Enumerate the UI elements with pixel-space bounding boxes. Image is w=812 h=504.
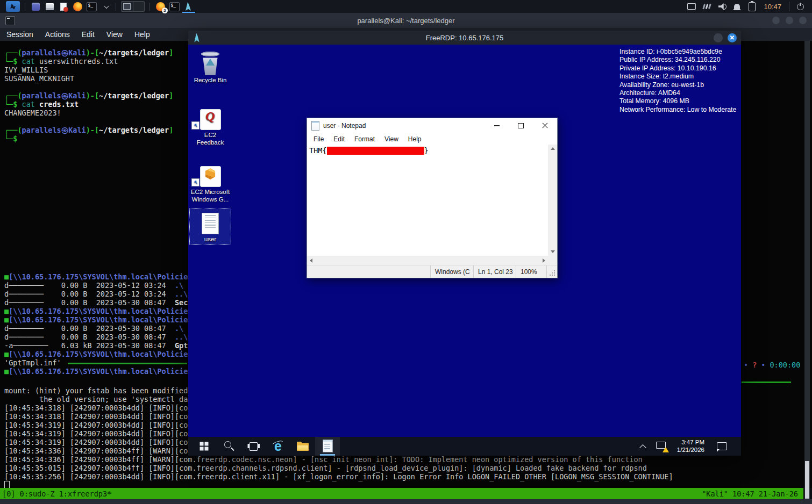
desktop-icon-user[interactable]: user (190, 209, 231, 244)
action-center-icon[interactable] (711, 437, 732, 456)
file-manager-icon[interactable] (44, 1, 55, 12)
menu-session[interactable]: Session (6, 30, 33, 39)
notepad-menu-help[interactable]: Help (403, 135, 426, 143)
maximize-button[interactable] (786, 17, 793, 24)
menu-edit[interactable]: Edit (82, 30, 95, 39)
workspace-2[interactable] (133, 2, 145, 11)
freerdp-titlebar[interactable]: FreeRDP: 10.65.176.175 (188, 31, 741, 45)
terminal-scrollbar[interactable] (804, 41, 810, 499)
search-icon[interactable] (216, 437, 241, 456)
notifications-icon[interactable] (730, 1, 743, 12)
battery-icon[interactable] (745, 1, 758, 12)
notepad-text-area[interactable]: THM{} (307, 145, 557, 265)
terminal-text-segment: ■ (4, 272, 9, 281)
terminal-line: ┌──(parallels㉿Kali)-[~/targets/ledger] (4, 48, 173, 57)
terminal-line: IVY_WILLIS (4, 66, 173, 74)
notepad-titlebar[interactable]: user - Notepad (307, 118, 557, 133)
minimize-icon[interactable] (485, 118, 509, 133)
terminal-text-segment: ] (169, 48, 173, 57)
taskbar-clock[interactable]: 3:47 PM 1/21/2026 (671, 437, 711, 456)
close-icon[interactable] (533, 118, 557, 133)
terminal-text-segment: [\\10.65.176.175\SYSVOL\thm.local\Polici… (9, 315, 188, 324)
kali-menu-icon[interactable] (6, 1, 20, 12)
network-warning-icon[interactable] (651, 437, 671, 456)
terminal-icon[interactable] (86, 1, 97, 12)
instance-info-line: Architecture: AMD64 (619, 89, 741, 97)
maximize-icon[interactable] (509, 118, 533, 133)
menu-help[interactable]: Help (134, 30, 150, 39)
tray-expand-icon[interactable] (635, 437, 651, 456)
menu-actions[interactable]: Actions (45, 30, 70, 39)
menu-view[interactable]: View (106, 30, 123, 39)
instance-info-line: Public IP Address: 34.245.116.220 (619, 56, 741, 64)
internet-explorer-icon[interactable] (266, 437, 290, 456)
terminal-text-segment: userswithcreds.txt (39, 57, 118, 66)
close-icon[interactable] (728, 33, 737, 42)
terminal-task-icon[interactable] (169, 1, 180, 12)
freerdp-task-icon[interactable] (183, 1, 194, 12)
flag-line: THM{} (309, 146, 429, 155)
workspace-switcher[interactable] (121, 1, 145, 12)
instance-info-line: Instance ID: i-0bbc5e949ae5bdc9e (619, 48, 741, 56)
progress-marker: • (761, 361, 765, 369)
files-app-icon[interactable] (30, 1, 41, 12)
gestures-icon[interactable] (700, 1, 713, 12)
tmux-window-list[interactable]: [0] 0:sudo-Z 1:xfreerdp3* (2, 489, 111, 498)
windows-desktop[interactable]: Recycle BinEC2 FeedbackEC2 Microsoft Win… (188, 45, 741, 437)
resize-grip[interactable] (546, 265, 557, 278)
terminal-text-segment: creds.txt (39, 100, 79, 109)
firefox-icon[interactable] (72, 1, 83, 12)
terminal-text-segment: ■ (4, 350, 9, 358)
notepad-menu-file[interactable]: File (309, 135, 329, 143)
terminal-text-segment: cat (22, 100, 40, 109)
terminal-text-segment: [\\10.65.176.175\SYSVOL\thm.local\Polici… (9, 272, 188, 281)
terminal-text-segment: IVY_WILLIS (4, 66, 48, 74)
horizontal-scrollbar[interactable] (307, 256, 548, 265)
terminal-text-segment: [10:45:35:015] [242907:0003b4ff] [INFO][… (4, 464, 647, 472)
terminal-text-segment: 'GptTmpl.inf' (4, 358, 66, 367)
terminal-text-segment: )-[ (86, 126, 99, 134)
terminal-text-segment: )-[ (86, 91, 99, 100)
terminal-text-segment: d──────── 0.00 B 2023-05-30 08:47 (4, 324, 175, 333)
terminal-text-segment: [10:45:34:319] [242907:0003b4dd] [INFO][… (4, 438, 188, 447)
terminal-line: SUSANNA_MCKNIGHT (4, 74, 173, 83)
desktop-icon-label: Recycle Bin (190, 77, 231, 84)
terminal-text-segment: the old version; use 'systemctl dae (4, 395, 193, 404)
notepad-task-icon[interactable] (315, 437, 340, 456)
panel-separator (149, 3, 150, 11)
vertical-scrollbar[interactable] (548, 145, 557, 256)
desktop-icon-ec2-microsoft-windows-guide[interactable]: EC2 Microsoft Windows G... (190, 162, 231, 204)
terminal-text-segment: d──────── 0.00 B 2023-05-30 08:47 (4, 298, 175, 307)
terminal-text-segment: ■ (4, 315, 9, 324)
terminal-titlebar[interactable]: parallels@Kali: ~/targets/ledger (0, 13, 812, 28)
scrollbar-thumb[interactable] (805, 461, 809, 499)
terminal-text-segment: [10:45:34:318] [242907:0003b4dd] [INFO][… (4, 404, 188, 412)
task-view-icon[interactable] (241, 437, 266, 456)
panel-separator (789, 2, 789, 11)
file-explorer-icon[interactable] (290, 437, 315, 456)
text-editor-icon[interactable] (58, 1, 69, 12)
progress-marker: • (744, 361, 748, 369)
panel-clock[interactable]: 10:47 (764, 3, 781, 11)
power-icon[interactable] (794, 1, 807, 12)
terminal-text-segment: d──────── 0.00 B 2023-05-12 03:24 (4, 281, 175, 290)
notepad-menu-format[interactable]: Format (350, 135, 380, 143)
close-button[interactable] (799, 17, 807, 24)
desktop-icon-recycle-bin[interactable]: Recycle Bin (190, 50, 231, 85)
terminal-text-segment: └─$ (4, 134, 17, 143)
start-icon[interactable] (191, 437, 216, 456)
desktop-icon-ec2-feedback[interactable]: EC2 Feedback (190, 105, 231, 147)
chevron-down-icon[interactable] (100, 1, 111, 12)
notepad-menu-edit[interactable]: Edit (329, 135, 350, 143)
restore-button[interactable] (714, 33, 723, 42)
terminal-text-segment: Gpt (175, 341, 188, 350)
terminal-text-segment: )-[ (86, 48, 99, 57)
notepad-menu-view[interactable]: View (380, 135, 403, 143)
terminal-text-segment: parallels㉿Kali (22, 48, 86, 57)
workspace-1[interactable] (122, 2, 133, 11)
firefox-task-icon[interactable]: 2 (155, 1, 166, 12)
volume-icon[interactable] (715, 1, 728, 12)
minimize-button[interactable] (772, 17, 780, 24)
terminal-text-segment: ┌──( (4, 91, 22, 100)
display-icon[interactable] (685, 1, 698, 12)
